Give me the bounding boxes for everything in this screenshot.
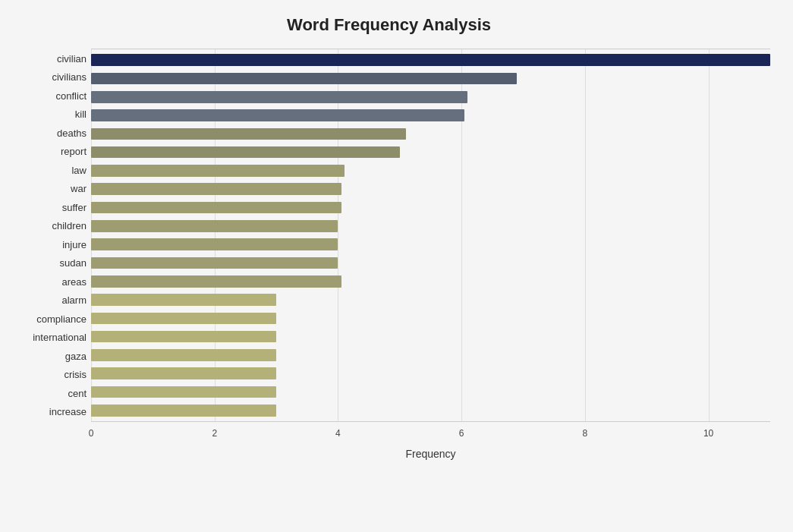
bar-law bbox=[91, 165, 345, 177]
bar-row-compliance bbox=[91, 309, 770, 327]
bar-increase bbox=[91, 405, 276, 417]
bar-kill bbox=[91, 109, 464, 121]
y-label-deaths: deaths bbox=[8, 124, 87, 143]
x-tick-8: 8 bbox=[583, 428, 588, 439]
bar-row-crisis bbox=[91, 364, 770, 382]
bar-civilian bbox=[91, 54, 770, 66]
chart-area: civilianciviliansconflictkilldeathsrepor… bbox=[8, 49, 770, 460]
bar-children bbox=[91, 220, 338, 232]
grid-and-bars bbox=[91, 49, 770, 421]
x-tick-2: 2 bbox=[212, 428, 217, 439]
bar-areas bbox=[91, 275, 341, 288]
y-label-conflict: conflict bbox=[8, 87, 87, 105]
bar-alarm bbox=[91, 294, 276, 306]
bar-row-civilian bbox=[91, 51, 770, 69]
y-label-crisis: crisis bbox=[8, 366, 87, 385]
x-tick-0: 0 bbox=[89, 428, 94, 439]
x-tick-4: 4 bbox=[335, 428, 341, 439]
y-label-kill: kill bbox=[8, 105, 87, 124]
y-label-injure: injure bbox=[8, 235, 87, 254]
y-label-children: children bbox=[8, 217, 87, 236]
y-label-civilians: civilians bbox=[8, 68, 87, 87]
y-label-areas: areas bbox=[8, 272, 87, 291]
bar-suffer bbox=[91, 202, 341, 214]
x-tick-6: 6 bbox=[459, 428, 464, 439]
bar-sudan bbox=[91, 257, 338, 269]
x-axis: 0246810 bbox=[91, 422, 770, 445]
bars-section: civilianciviliansconflictkilldeathsrepor… bbox=[8, 49, 770, 421]
bar-cent bbox=[91, 386, 276, 398]
bar-row-report bbox=[91, 143, 770, 161]
y-labels: civilianciviliansconflictkilldeathsrepor… bbox=[8, 49, 91, 421]
bars-and-grid bbox=[91, 49, 770, 421]
bar-row-gaza bbox=[91, 346, 770, 364]
bars-list bbox=[91, 49, 770, 421]
bar-row-suffer bbox=[91, 198, 770, 216]
y-label-suffer: suffer bbox=[8, 198, 87, 217]
y-label-war: war bbox=[8, 180, 87, 199]
bar-row-conflict bbox=[91, 88, 770, 106]
bar-row-civilians bbox=[91, 69, 770, 87]
chart-container: Word Frequency Analysis civiliancivilian… bbox=[0, 0, 793, 532]
bar-row-children bbox=[91, 217, 770, 235]
y-label-sudan: sudan bbox=[8, 254, 87, 273]
bar-deaths bbox=[91, 128, 406, 140]
bar-row-law bbox=[91, 162, 770, 180]
y-label-increase: increase bbox=[8, 403, 87, 422]
bar-report bbox=[91, 146, 400, 159]
bar-row-international bbox=[91, 327, 770, 345]
chart-title: Word Frequency Analysis bbox=[8, 15, 770, 35]
bar-row-sudan bbox=[91, 253, 770, 272]
bar-war bbox=[91, 183, 341, 195]
bar-crisis bbox=[91, 367, 276, 379]
bar-row-war bbox=[91, 180, 770, 198]
bar-conflict bbox=[91, 91, 467, 103]
bar-injure bbox=[91, 238, 338, 250]
y-label-compliance: compliance bbox=[8, 310, 87, 329]
bar-compliance bbox=[91, 313, 276, 325]
bar-row-kill bbox=[91, 106, 770, 124]
y-label-law: law bbox=[8, 161, 87, 180]
bar-row-cent bbox=[91, 382, 770, 401]
x-tick-10: 10 bbox=[703, 428, 713, 439]
bar-row-injure bbox=[91, 235, 770, 253]
y-label-civilian: civilian bbox=[8, 49, 87, 68]
bar-civilians bbox=[91, 73, 517, 85]
bar-gaza bbox=[91, 349, 276, 361]
y-label-international: international bbox=[8, 329, 87, 348]
y-label-alarm: alarm bbox=[8, 291, 87, 310]
bar-row-increase bbox=[91, 401, 770, 420]
bar-row-alarm bbox=[91, 291, 770, 309]
bar-international bbox=[91, 331, 276, 343]
y-label-gaza: gaza bbox=[8, 347, 87, 366]
bar-row-areas bbox=[91, 272, 770, 291]
bar-row-deaths bbox=[91, 124, 770, 143]
x-axis-label: Frequency bbox=[91, 448, 770, 460]
y-label-cent: cent bbox=[8, 384, 87, 403]
y-label-report: report bbox=[8, 143, 87, 162]
